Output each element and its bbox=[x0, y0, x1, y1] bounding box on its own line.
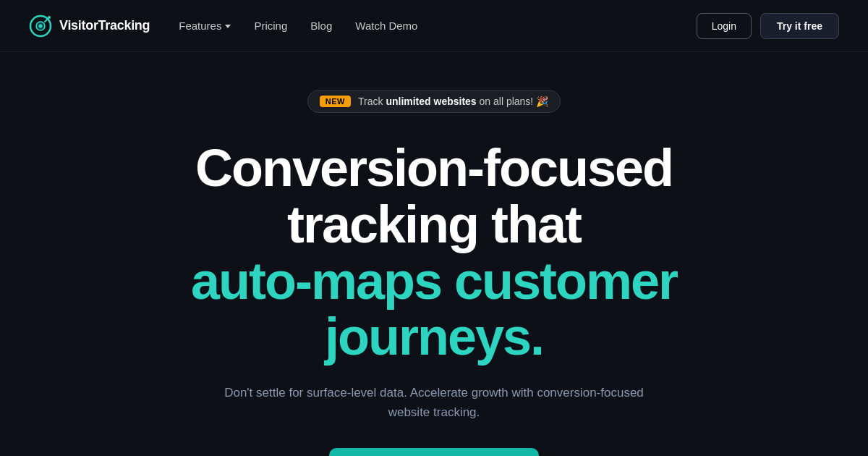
nav-blog[interactable]: Blog bbox=[310, 20, 332, 32]
nav-links: Features Pricing Blog Watch Demo bbox=[179, 20, 417, 32]
svg-point-2 bbox=[39, 24, 43, 28]
logo-icon bbox=[29, 14, 52, 38]
try-free-button[interactable]: Try it free bbox=[760, 13, 839, 39]
cta-button[interactable]: Start tracking for free bbox=[329, 448, 539, 456]
login-button[interactable]: Login bbox=[697, 13, 752, 39]
nav-features[interactable]: Features bbox=[179, 20, 231, 32]
new-badge: NEW bbox=[320, 96, 351, 107]
hero-subtext: Don't settle for surface-level data. Acc… bbox=[217, 383, 651, 422]
navbar: VisitorTracking Features Pricing Blog Wa… bbox=[0, 0, 868, 52]
brand-name: VisitorTracking bbox=[59, 18, 150, 33]
chevron-down-icon bbox=[225, 25, 231, 28]
announcement-text: Track unlimited websites on all plans! 🎉 bbox=[358, 96, 548, 107]
hero-section: NEW Track unlimited websites on all plan… bbox=[0, 52, 868, 456]
svg-point-4 bbox=[48, 16, 51, 19]
hero-headline-white: Conversion-focused tracking that bbox=[109, 140, 760, 253]
nav-watchdemo[interactable]: Watch Demo bbox=[355, 20, 417, 32]
announcement-bold: unlimited websites bbox=[386, 96, 476, 107]
nav-pricing[interactable]: Pricing bbox=[254, 20, 287, 32]
announcement-badge: NEW Track unlimited websites on all plan… bbox=[307, 90, 561, 113]
hero-headline-teal: auto-maps customer journeys. bbox=[109, 253, 760, 366]
nav-left: VisitorTracking Features Pricing Blog Wa… bbox=[29, 14, 417, 38]
logo[interactable]: VisitorTracking bbox=[29, 14, 150, 38]
nav-right: Login Try it free bbox=[697, 13, 839, 39]
features-label: Features bbox=[179, 20, 221, 32]
